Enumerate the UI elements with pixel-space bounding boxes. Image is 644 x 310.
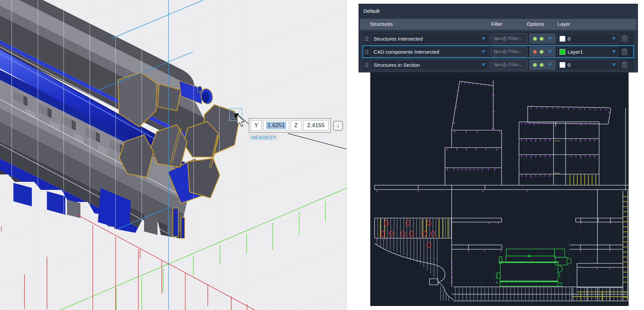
panel-title: Default — [359, 4, 638, 18]
structure-type-select[interactable]: Structures in Section — [371, 60, 489, 70]
structure-type-label: Structures in Section — [374, 62, 480, 68]
column-header-bar: Structures Filter Options Layer — [360, 19, 637, 30]
options-dropdown[interactable] — [529, 34, 556, 44]
column-options: Options — [527, 21, 544, 27]
snap-mode-badge: NEAREST — [249, 134, 279, 141]
y-axis-label: Y — [251, 120, 262, 131]
chevron-down-icon — [612, 37, 616, 40]
cad-drawing-canvas — [370, 72, 629, 306]
chevron-down-icon — [481, 63, 486, 66]
layer-name-label: 0 — [568, 62, 610, 68]
structure-row[interactable]: Structures Intersected 0 — [363, 33, 633, 44]
structure-rows-container: Structures Intersected 0 CAD components — [362, 31, 635, 71]
drag-handle-icon[interactable] — [365, 62, 369, 68]
drag-handle-icon[interactable] — [365, 49, 369, 55]
y-value-input[interactable]: 1.6251 — [263, 120, 289, 131]
filter-field[interactable] — [491, 60, 527, 70]
structure-type-label: Structures Intersected — [374, 36, 480, 42]
model-3d-canvas — [0, 0, 347, 310]
filter-field[interactable] — [491, 34, 527, 44]
option-dot-2 — [540, 50, 543, 54]
viewport-3d[interactable]: Y 1.6251 Z 2.4155 NEAREST ↓ — [0, 0, 347, 310]
arrow-down-button[interactable]: ↓ — [333, 121, 343, 131]
column-structures: Structures — [370, 21, 393, 27]
app-window: { "panel": { "title": "Default", "column… — [0, 0, 644, 310]
column-layer: Layer — [558, 21, 570, 27]
trash-icon[interactable] — [621, 35, 628, 43]
option-dot-2 — [540, 37, 543, 41]
option-dot-2 — [540, 63, 543, 67]
chevron-down-icon — [481, 50, 486, 53]
filter-input[interactable] — [493, 62, 525, 68]
layer-name-label: Layer1 — [568, 49, 610, 55]
coordinate-input-widget: Y 1.6251 Z 2.4155 — [249, 118, 331, 133]
chevron-down-icon — [612, 50, 616, 53]
option-dot-1 — [533, 50, 537, 54]
trash-icon[interactable] — [621, 61, 628, 69]
chevron-down-icon — [548, 50, 552, 53]
structure-row[interactable]: Structures in Section 0 — [363, 59, 633, 70]
options-dropdown[interactable] — [529, 60, 556, 70]
filter-field[interactable] — [491, 47, 527, 57]
option-dot-1 — [533, 63, 537, 67]
layer-name-label: 0 — [568, 36, 610, 42]
layer-color-swatch — [560, 49, 565, 55]
layer-select[interactable]: Layer1 — [557, 47, 618, 57]
options-dropdown[interactable] — [529, 47, 556, 57]
layer-color-swatch — [560, 36, 565, 42]
chevron-down-icon — [548, 63, 552, 66]
viewport-2d-cad[interactable] — [370, 72, 629, 306]
chevron-down-icon — [481, 37, 486, 40]
drag-handle-icon[interactable] — [365, 36, 369, 42]
layer-select[interactable]: 0 — [557, 34, 618, 44]
filter-input[interactable] — [493, 36, 525, 42]
view-filter-panel: Default Structures Filter Options Layer … — [359, 4, 638, 72]
structure-type-label: CAD components Intersected — [374, 49, 480, 55]
chevron-down-icon — [548, 37, 552, 40]
filter-input[interactable] — [493, 49, 525, 55]
trash-icon[interactable] — [621, 48, 628, 56]
layer-color-swatch — [560, 62, 565, 68]
z-axis-label: Z — [291, 120, 302, 131]
column-filter: Filter — [491, 21, 502, 27]
layer-select[interactable]: 0 — [557, 60, 618, 70]
z-value-input[interactable]: 2.4155 — [303, 120, 329, 131]
structure-type-select[interactable]: CAD components Intersected — [371, 47, 489, 57]
structure-type-select[interactable]: Structures Intersected — [371, 34, 489, 44]
structure-row[interactable]: CAD components Intersected Layer1 — [363, 46, 633, 57]
option-dot-1 — [533, 37, 537, 41]
chevron-down-icon — [612, 63, 616, 66]
